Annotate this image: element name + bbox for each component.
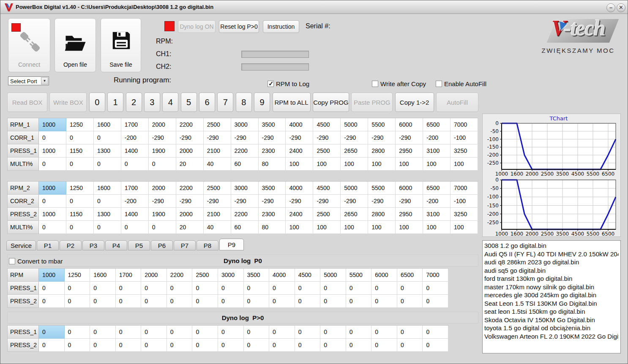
- table-cell[interactable]: -290: [396, 195, 423, 208]
- table-cell[interactable]: 0: [65, 295, 90, 308]
- table-cell[interactable]: -290: [259, 195, 286, 208]
- table-cell[interactable]: 0: [65, 282, 90, 295]
- table-cell[interactable]: 1000: [39, 182, 66, 195]
- table-cell[interactable]: 0: [244, 282, 270, 295]
- table-cell[interactable]: 0: [371, 282, 397, 295]
- table-cell[interactable]: 0: [192, 339, 218, 352]
- tab-service[interactable]: Service: [6, 240, 36, 250]
- table-cell[interactable]: 0: [116, 282, 142, 295]
- table-cell[interactable]: 0: [116, 339, 142, 352]
- table-cell[interactable]: 0: [423, 339, 448, 352]
- table-cell[interactable]: 0: [39, 295, 65, 308]
- table-cell[interactable]: 0: [192, 295, 218, 308]
- paste-prog-button[interactable]: Paste PROG: [351, 92, 393, 112]
- digit-button-8[interactable]: 8: [236, 92, 252, 112]
- table-cell[interactable]: 3500: [259, 118, 286, 131]
- table-cell[interactable]: 0: [39, 195, 66, 208]
- table-cell[interactable]: 3100: [423, 144, 451, 158]
- table-cell[interactable]: 0: [141, 295, 167, 308]
- table-cell[interactable]: 2500: [192, 269, 218, 282]
- table-cell[interactable]: 3000: [231, 182, 259, 195]
- table-cell[interactable]: 2950: [396, 144, 423, 158]
- table-cell[interactable]: 0: [320, 326, 346, 339]
- table-cell[interactable]: 1150: [66, 144, 94, 158]
- table-cell[interactable]: 2200: [231, 208, 259, 221]
- table-cell[interactable]: 0: [371, 326, 397, 339]
- table-cell[interactable]: 2800: [368, 144, 396, 158]
- table-cell[interactable]: 0: [320, 339, 346, 352]
- table-cell[interactable]: 0: [65, 326, 90, 339]
- table-cell[interactable]: 1600: [94, 118, 121, 131]
- table-cell[interactable]: 2500: [313, 144, 341, 158]
- table-cell[interactable]: 0: [423, 326, 448, 339]
- table-cell[interactable]: 0: [94, 131, 121, 144]
- table-cell[interactable]: 2000: [141, 269, 167, 282]
- table-cell[interactable]: -200: [423, 131, 451, 144]
- table-cell[interactable]: 1000: [39, 118, 66, 131]
- write-after-copy-checkbox[interactable]: Write after Copy: [372, 80, 426, 87]
- table-cell[interactable]: 2400: [286, 144, 313, 158]
- table-cell[interactable]: 1600: [90, 269, 116, 282]
- table-cell[interactable]: 1700: [121, 118, 149, 131]
- table-cell[interactable]: 0: [39, 221, 66, 234]
- table-cell[interactable]: 0: [371, 295, 397, 308]
- table-cell[interactable]: 6000: [396, 182, 423, 195]
- table-cell[interactable]: 0: [66, 158, 94, 171]
- file-list-item[interactable]: audi sq5 go digital.bin: [484, 266, 619, 275]
- table-cell[interactable]: 0: [65, 339, 90, 352]
- table-cell[interactable]: -290: [259, 131, 286, 144]
- table-cell[interactable]: 1400: [121, 208, 149, 221]
- table-cell[interactable]: 6000: [396, 118, 423, 131]
- table-cell[interactable]: 0: [66, 221, 94, 234]
- dyno-log-on-button[interactable]: Dyno log ON: [178, 20, 216, 33]
- table-cell[interactable]: 6500: [397, 269, 423, 282]
- digit-button-7[interactable]: 7: [217, 92, 233, 112]
- tab-p9[interactable]: P9: [219, 239, 244, 250]
- table-cell[interactable]: 0: [192, 326, 218, 339]
- table-cell[interactable]: 0: [149, 158, 176, 171]
- table-cell[interactable]: 0: [218, 326, 244, 339]
- table-cell[interactable]: 5000: [320, 269, 346, 282]
- table-cell[interactable]: 1900: [149, 208, 176, 221]
- table-cell[interactable]: 0: [167, 326, 193, 339]
- digit-button-9[interactable]: 9: [254, 92, 270, 112]
- table-cell[interactable]: 0: [397, 282, 423, 295]
- file-list-item[interactable]: master 170km nowy silnik go digital.bin: [484, 283, 619, 291]
- table-cell[interactable]: -290: [341, 131, 368, 144]
- digit-button-0[interactable]: 0: [89, 92, 105, 112]
- table-cell[interactable]: 100: [341, 221, 368, 234]
- autofill-button[interactable]: AutoFill: [436, 92, 478, 112]
- table-cell[interactable]: 3250: [451, 208, 478, 221]
- file-list-item[interactable]: Seat Leon 1.5 TSI 130KM Go Digital.bin: [484, 299, 619, 308]
- table-cell[interactable]: 0: [295, 282, 321, 295]
- read-box-button[interactable]: Read BOX: [7, 92, 47, 112]
- table-cell[interactable]: 2400: [286, 208, 313, 221]
- save-file-button[interactable]: Save file: [101, 18, 141, 72]
- table-cell[interactable]: 1000: [39, 269, 65, 282]
- table-cell[interactable]: -290: [204, 195, 231, 208]
- table-cell[interactable]: 4500: [313, 118, 341, 131]
- tab-p3[interactable]: P3: [82, 240, 104, 250]
- table-cell[interactable]: 5500: [346, 269, 372, 282]
- table-cell[interactable]: 0: [397, 295, 423, 308]
- table-cell[interactable]: 100: [313, 158, 341, 171]
- table-cell[interactable]: 0: [90, 326, 116, 339]
- table-cell[interactable]: 2200: [176, 118, 204, 131]
- table-cell[interactable]: 0: [141, 282, 167, 295]
- table-cell[interactable]: -290: [204, 131, 231, 144]
- table-cell[interactable]: 100: [451, 158, 478, 171]
- table-cell[interactable]: 40: [204, 158, 231, 171]
- table-cell[interactable]: 0: [39, 339, 65, 352]
- file-list-item[interactable]: Volkswagen Arteon FL 2.0 190KM 2022 Go D…: [484, 332, 619, 341]
- table-cell[interactable]: 0: [218, 282, 244, 295]
- table-cell[interactable]: 6500: [423, 182, 451, 195]
- chevron-down-icon[interactable]: ▼: [41, 77, 48, 84]
- table-cell[interactable]: 0: [346, 282, 372, 295]
- table-cell[interactable]: 2200: [231, 144, 259, 158]
- table-cell[interactable]: 0: [244, 326, 270, 339]
- table-cell[interactable]: 0: [39, 131, 66, 144]
- table-cell[interactable]: 2300: [259, 144, 286, 158]
- table-cell[interactable]: 2800: [368, 208, 396, 221]
- file-list-item[interactable]: ford transit 130km go digital.bin: [484, 274, 619, 283]
- table-cell[interactable]: 0: [39, 326, 65, 339]
